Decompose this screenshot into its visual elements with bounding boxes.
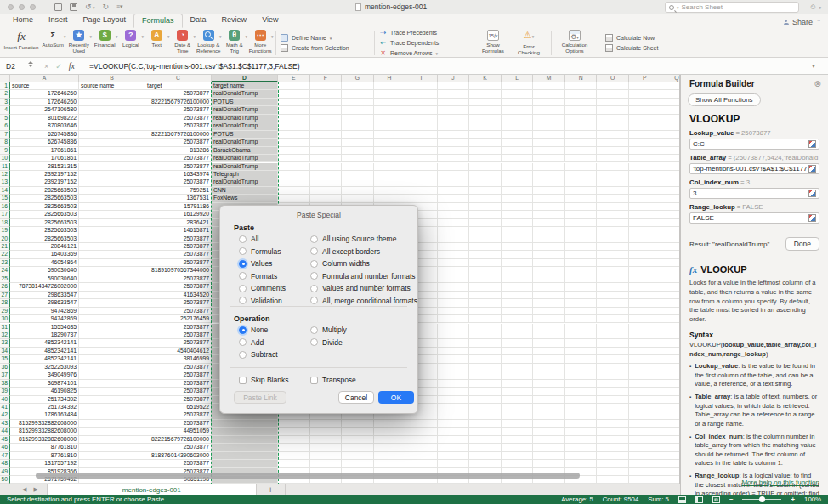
cell-J17[interactable] — [438, 211, 470, 218]
cell-M27[interactable] — [533, 292, 565, 299]
cell-B34[interactable] — [79, 348, 145, 355]
cell-N12[interactable] — [565, 171, 598, 178]
cell-P43[interactable] — [629, 420, 661, 428]
cell-D13[interactable]: realDonaldTrump — [212, 178, 278, 186]
row-header-26[interactable]: 26 — [0, 283, 10, 291]
cell-B23[interactable] — [79, 259, 145, 267]
cell-F2[interactable] — [310, 90, 343, 98]
cell-Q7[interactable] — [661, 131, 680, 139]
row-header-50[interactable]: 50 — [0, 476, 10, 484]
cell-F6[interactable] — [310, 122, 343, 130]
share-button[interactable]: Share — [792, 18, 813, 26]
cell-Q26[interactable] — [661, 283, 680, 291]
cell-L25[interactable] — [502, 275, 534, 283]
cell-C38[interactable]: 25073877 — [145, 380, 212, 388]
cell-M34[interactable] — [533, 348, 565, 355]
cell-A11[interactable]: 281531315 — [10, 163, 79, 171]
cell-N1[interactable] — [565, 82, 598, 90]
cell-J39[interactable] — [438, 388, 470, 395]
ribbon-trace-precedents[interactable]: ⇢Trace Precedents — [379, 29, 439, 37]
cell-J29[interactable] — [438, 308, 470, 315]
cell-G12[interactable] — [342, 171, 374, 178]
row-header-31[interactable]: 31 — [0, 324, 10, 331]
cell-N19[interactable] — [565, 227, 598, 235]
cell-K38[interactable] — [469, 380, 502, 388]
range-selector-icon[interactable] — [808, 165, 816, 173]
cell-K37[interactable] — [469, 371, 502, 379]
cell-B11[interactable] — [79, 163, 145, 171]
cell-O32[interactable] — [597, 331, 629, 339]
cell-P12[interactable] — [629, 171, 661, 178]
cell-B41[interactable] — [79, 404, 145, 411]
cell-M48[interactable] — [533, 460, 565, 467]
cell-G14[interactable] — [342, 187, 374, 195]
cell-M44[interactable] — [533, 428, 565, 435]
cell-J25[interactable] — [438, 275, 470, 283]
cell-J38[interactable] — [438, 380, 470, 388]
cell-E14[interactable] — [278, 187, 310, 195]
cell-I46[interactable] — [405, 444, 438, 451]
cell-P8[interactable] — [629, 139, 661, 146]
cell-Q44[interactable] — [661, 428, 680, 435]
cell-I4[interactable] — [405, 106, 438, 114]
column-header-I[interactable]: I — [405, 75, 438, 82]
cell-Q12[interactable] — [661, 171, 680, 178]
cell-J24[interactable] — [438, 267, 470, 275]
cell-C11[interactable]: 25073877 — [145, 163, 212, 171]
cell-D1[interactable]: target name — [212, 82, 278, 90]
cell-M14[interactable] — [533, 187, 565, 195]
cell-M28[interactable] — [533, 299, 565, 307]
ribbon-create-from-selection[interactable]: Create from Selection — [281, 44, 349, 52]
cell-B22[interactable] — [79, 251, 145, 258]
cell-F8[interactable] — [310, 139, 343, 146]
cell-K25[interactable] — [469, 275, 502, 283]
cell-Q15[interactable] — [661, 195, 680, 202]
cell-F11[interactable] — [310, 163, 343, 171]
cell-F43[interactable] — [310, 420, 343, 428]
cell-O10[interactable] — [597, 155, 629, 162]
cell-B33[interactable] — [79, 339, 145, 347]
cell-I5[interactable] — [405, 115, 438, 122]
cell-L36[interactable] — [502, 364, 534, 371]
ribbon-button-math-trig[interactable]: θ▾Math & Trig — [222, 30, 248, 54]
cell-K36[interactable] — [469, 364, 502, 371]
cell-N27[interactable] — [565, 292, 598, 299]
cell-L21[interactable] — [502, 243, 534, 251]
cell-A35[interactable]: 4852342141 — [10, 355, 79, 363]
cell-O16[interactable] — [597, 203, 629, 211]
cell-G1[interactable] — [342, 82, 374, 90]
cell-L11[interactable] — [502, 163, 534, 171]
cell-L32[interactable] — [502, 331, 534, 339]
cell-F10[interactable] — [310, 155, 343, 162]
cell-N26[interactable] — [565, 283, 598, 291]
cell-L1[interactable] — [502, 82, 534, 90]
cell-A7[interactable]: 626745836 — [10, 131, 79, 139]
cell-M40[interactable] — [533, 396, 565, 404]
ribbon-button-logical[interactable]: ?▾Logical — [118, 30, 145, 54]
cell-P42[interactable] — [629, 411, 661, 419]
cell-B46[interactable] — [79, 444, 145, 451]
cell-M22[interactable] — [533, 251, 565, 258]
cell-B12[interactable] — [79, 171, 145, 178]
ribbon-button-date-time[interactable]: ◔▾Date & Time — [170, 30, 196, 54]
cell-H48[interactable] — [374, 460, 406, 467]
cell-M21[interactable] — [533, 243, 565, 251]
cell-P40[interactable] — [629, 396, 661, 404]
cell-C39[interactable]: 25073877 — [145, 388, 212, 395]
cell-J13[interactable] — [438, 178, 470, 186]
column-header-E[interactable]: E — [278, 75, 310, 82]
cell-B10[interactable] — [79, 155, 145, 162]
cell-C37[interactable]: 25073877 — [145, 371, 212, 379]
cell-L45[interactable] — [502, 436, 534, 444]
cell-N47[interactable] — [565, 452, 598, 460]
cell-B17[interactable] — [79, 211, 145, 218]
cell-O23[interactable] — [597, 259, 629, 267]
cell-I7[interactable] — [405, 131, 438, 139]
cell-L40[interactable] — [502, 396, 534, 404]
cell-E7[interactable] — [278, 131, 310, 139]
cell-M30[interactable] — [533, 315, 565, 323]
cell-A40[interactable]: 251734392 — [10, 396, 79, 404]
cell-Q20[interactable] — [661, 235, 680, 243]
cell-K2[interactable] — [469, 90, 502, 98]
cell-I47[interactable] — [405, 452, 438, 460]
